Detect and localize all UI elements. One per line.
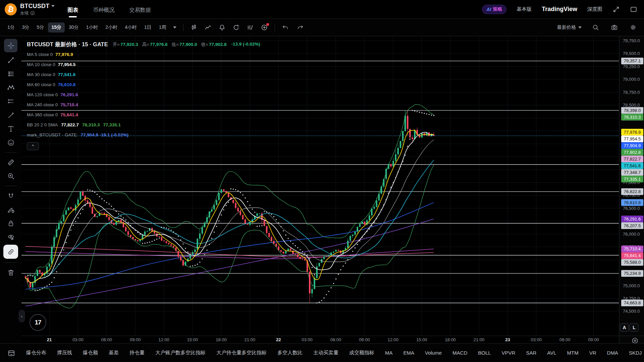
tab-图表[interactable]: 图表: [67, 1, 79, 18]
timeframe-1分[interactable]: 1分: [4, 22, 18, 33]
symbol-selector[interactable]: BTCUSDT 永续: [20, 3, 55, 16]
magnet-tool[interactable]: [4, 190, 17, 202]
tab-交易数据[interactable]: 交易数据: [128, 1, 151, 18]
snapshot-icon[interactable]: [608, 22, 621, 33]
indicator-item-多空人数比[interactable]: 多空人数比: [277, 350, 303, 356]
timeframe-30分[interactable]: 30分: [65, 22, 82, 33]
forecast-tool[interactable]: [4, 95, 17, 107]
indicator-item-AVL[interactable]: AVL: [547, 350, 556, 356]
indicator-item-基差[interactable]: 基差: [109, 350, 119, 356]
basic-version-button[interactable]: 基本版: [517, 6, 532, 12]
timeframe-5分[interactable]: 5分: [34, 22, 48, 33]
svg-text:75,588.0: 75,588.0: [624, 260, 641, 265]
legend-row-mark[interactable]: mark_BTCUSDT · GATE 77,904.9 -19.1 (-0.0…: [27, 130, 260, 140]
svg-text:75,710.4: 75,710.4: [624, 246, 641, 251]
legend-row-ma[interactable]: MA 120 close 076,291.6: [27, 90, 260, 100]
indicator-item-SKDJ[interactable]: SKDJ: [629, 350, 642, 356]
legend-row-bb[interactable]: BB 20 2 0 SMA77,822.778,310.377,335.1: [27, 120, 260, 130]
text-tool-tool[interactable]: [4, 123, 17, 135]
indicator-item-大户持仓量多空比指标[interactable]: 大户持仓量多空比指标: [216, 350, 267, 356]
zoom-in-tool[interactable]: [4, 170, 17, 182]
legend-ma-value: 76,610.8: [58, 82, 76, 87]
indicator-item-Volume[interactable]: Volume: [425, 350, 442, 356]
toolbar-icon-group: [187, 22, 271, 33]
settings-icon[interactable]: [627, 22, 639, 33]
draw-lock-tool[interactable]: [4, 203, 17, 216]
indicator-item-撑压线[interactable]: 撑压线: [57, 350, 72, 356]
legend-row-ma[interactable]: MA 360 close 075,641.4: [27, 110, 260, 120]
legend-ma-value: 75,641.4: [60, 112, 78, 117]
indicator-item-VR[interactable]: VR: [589, 350, 596, 356]
pane-collapse-handle[interactable]: ‹: [19, 310, 25, 322]
indicator-item-持仓量[interactable]: 持仓量: [129, 350, 145, 356]
indicator-item-MA[interactable]: MA: [385, 350, 393, 356]
legend-ma-rows: MA 5 close 077,976.9MA 10 close 077,954.…: [27, 50, 260, 120]
multi-lines-tool[interactable]: [4, 68, 17, 80]
tradingview-brand-button[interactable]: TradingView: [542, 6, 577, 13]
calendar-icon[interactable]: [7, 349, 15, 357]
indicators-icon[interactable]: [202, 22, 214, 33]
svg-text:77,976.9: 77,976.9: [624, 130, 641, 135]
timeframe-1小时[interactable]: 1小时: [83, 22, 102, 33]
timeframe-1周[interactable]: 1周: [156, 22, 170, 33]
lock-tool[interactable]: [4, 217, 17, 229]
replay-icon[interactable]: [230, 22, 243, 33]
timeframe-1日[interactable]: 1日: [141, 22, 155, 33]
tab-币种概况[interactable]: 币种概况: [92, 1, 115, 18]
search-icon[interactable]: [589, 22, 602, 33]
indicator-item-主动买卖量[interactable]: 主动买卖量: [313, 350, 338, 356]
legend-row-ma[interactable]: MA 5 close 077,976.9: [27, 50, 260, 60]
legend-row-ma[interactable]: MA 60 close 076,610.8: [27, 80, 260, 90]
fullscreen-icon[interactable]: [612, 6, 620, 13]
toolbar-right-group: 最新价格: [557, 22, 644, 33]
redo-icon[interactable]: [294, 22, 307, 33]
plus-circle-icon[interactable]: [258, 22, 271, 33]
depth-chart-button[interactable]: 深度图: [587, 6, 602, 12]
alert-icon[interactable]: [216, 22, 228, 33]
trash-tool[interactable]: [4, 266, 17, 279]
svg-text:21:00: 21:00: [474, 337, 485, 342]
indicator-item-VPVR[interactable]: VPVR: [502, 350, 516, 356]
legend-row-ma[interactable]: MA 10 close 077,954.5: [27, 60, 260, 70]
undo-icon[interactable]: [279, 22, 292, 33]
price-mode-dropdown[interactable]: 最新价格: [557, 24, 582, 31]
indicator-item-MTM[interactable]: MTM: [567, 350, 579, 356]
legend-ma-label: MA 5 close 0: [27, 52, 53, 57]
ai-strategy-button[interactable]: AI 策略: [482, 5, 506, 14]
indicator-item-SAR[interactable]: SAR: [526, 350, 536, 356]
timeframe-4小时[interactable]: 4小时: [121, 22, 140, 33]
legend-row-ma[interactable]: MA 240 close 075,710.4: [27, 100, 260, 110]
ai-badge-label: 策略: [493, 6, 502, 12]
interval-dropdown[interactable]: [170, 22, 179, 33]
link-tool[interactable]: [3, 245, 18, 259]
auto-scale-button[interactable]: A: [620, 323, 629, 332]
indicator-item-MACD[interactable]: MACD: [452, 350, 467, 356]
legend-bb-label: BB 20 2 0 SMA: [27, 122, 58, 127]
indicator-item-成交额指标[interactable]: 成交额指标: [349, 350, 374, 356]
log-scale-button[interactable]: L: [630, 323, 639, 332]
indicator-item-DMA[interactable]: DMA: [607, 350, 618, 356]
indicator-item-EMA[interactable]: EMA: [404, 350, 415, 356]
hide-drawings-tool[interactable]: [4, 231, 17, 243]
timeframe-15分[interactable]: 15分: [48, 22, 65, 33]
legend-collapse-button[interactable]: ^: [27, 142, 39, 150]
tradingview-logo[interactable]: 17: [30, 314, 46, 331]
legend-ma-label: MA 240 close 0: [27, 102, 58, 107]
ruler-tool[interactable]: [4, 156, 17, 168]
emoji-tool[interactable]: [4, 136, 17, 148]
crosshair-tool[interactable]: [4, 39, 17, 52]
candle-style-icon[interactable]: [187, 22, 200, 33]
legend-symbol-title[interactable]: BTCUSDT 最新价格 · 15 · GATE: [27, 39, 108, 49]
indicator-item-大户账户数多空比指标[interactable]: 大户账户数多空比指标: [155, 350, 206, 356]
timeframe-3分[interactable]: 3分: [19, 22, 33, 33]
panel-layout-icon[interactable]: [630, 6, 637, 13]
xabcd-pattern-tool[interactable]: [4, 81, 17, 94]
brush-tool[interactable]: [4, 109, 17, 121]
trend-line-tool[interactable]: [4, 54, 17, 66]
object-list-icon[interactable]: [244, 22, 257, 33]
indicator-item-爆仓分布[interactable]: 爆仓分布: [26, 350, 46, 356]
timeframe-2小时[interactable]: 2小时: [102, 22, 121, 33]
indicator-item-BOLL[interactable]: BOLL: [478, 350, 491, 356]
legend-row-ma[interactable]: MA 30 close 077,541.6: [27, 70, 260, 80]
indicator-item-爆仓额[interactable]: 爆仓额: [83, 350, 98, 356]
